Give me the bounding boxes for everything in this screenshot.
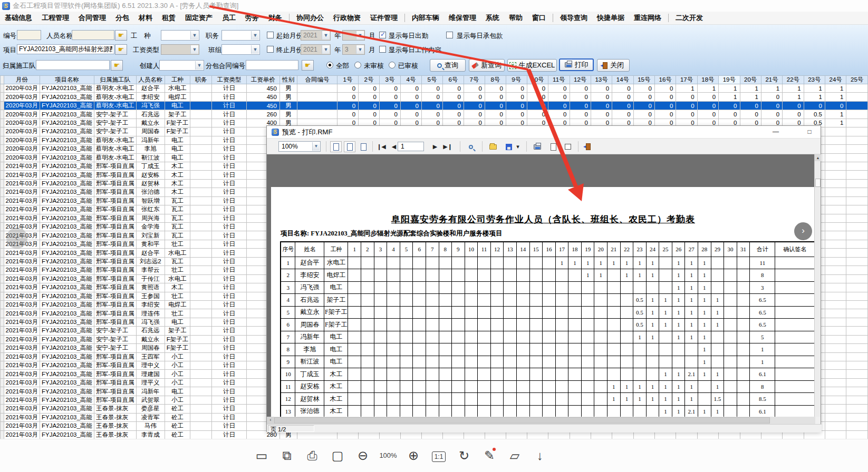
radio-unaudited[interactable] [354, 62, 361, 68]
save-options-button[interactable]: ▾ [515, 141, 521, 152]
day-col-header[interactable]: 10号 [527, 76, 548, 84]
gongzi-select[interactable]: ▼ [161, 44, 199, 55]
zhongzhi-checkbox[interactable] [267, 46, 274, 53]
preview-vertical-scrollbar[interactable]: ▲ [814, 154, 821, 417]
edit-icon[interactable]: ✎ [477, 444, 502, 468]
day-col-header[interactable]: 25号 [846, 76, 868, 84]
zhongzhi-month-select[interactable]: 3▼ [342, 44, 365, 55]
save-button[interactable] [503, 141, 515, 152]
day-col-header[interactable]: 4号 [400, 76, 421, 84]
table-row[interactable]: 2020年03月FYJA202103_高能安宁-架子工石兆远架子工计日260男0… [1, 110, 868, 119]
col-header[interactable]: 人员名称 [136, 76, 165, 84]
day-col-header[interactable]: 1号 [337, 76, 359, 84]
radio-audited[interactable] [389, 62, 396, 68]
scroll-thumb[interactable] [815, 179, 821, 187]
menu-item-21[interactable]: 重连网络 [629, 12, 666, 24]
day-col-header[interactable]: 21号 [761, 76, 782, 84]
guishu-picker-button[interactable]: ☛ [111, 60, 123, 71]
day-col-header[interactable]: 15号 [633, 76, 654, 84]
print-button[interactable]: 打印 [559, 58, 594, 71]
download-icon[interactable]: ↓ [527, 444, 553, 468]
qishi-year-select[interactable]: 2021▼ [301, 30, 331, 41]
menu-item-2[interactable]: 工程管理 [37, 12, 74, 24]
xiangmu-input[interactable] [17, 44, 114, 54]
last-page-button[interactable]: ▶❙ [442, 141, 454, 152]
zoom-combo[interactable]: 100%▼ [278, 141, 321, 152]
print-photo-icon[interactable]: ⎙ [300, 444, 325, 468]
resize-icon[interactable]: ▱ [502, 444, 527, 468]
page-width-button[interactable] [358, 141, 369, 152]
page-number-field[interactable]: 1 [398, 142, 424, 151]
col-header[interactable]: 工种 [165, 76, 190, 84]
day-col-header[interactable]: 17号 [676, 76, 697, 84]
chuangjianren-select[interactable]: ▼ [159, 60, 204, 71]
fenbao-picker-button[interactable]: ☛ [302, 60, 314, 71]
menu-item-20[interactable]: 快捷单据 [592, 12, 629, 24]
qishi-checkbox[interactable] [267, 32, 274, 38]
multi-page-button[interactable] [344, 141, 355, 152]
xiangmu-picker-button[interactable]: ☛ [115, 44, 127, 55]
day-col-header[interactable]: 24号 [825, 76, 846, 84]
zoom-out-icon[interactable]: ⊖ [350, 444, 375, 468]
print-report-button[interactable] [532, 141, 543, 152]
margins-button[interactable] [562, 141, 574, 152]
menu-item-18[interactable]: 窗口 [527, 12, 551, 24]
viewer-prev-button[interactable]: ‹ [6, 228, 27, 249]
menu-item-22[interactable]: 二次开发 [671, 12, 708, 24]
page-setup-button[interactable] [547, 141, 559, 152]
scroll-left-icon[interactable]: ‹ [267, 417, 274, 424]
close-button[interactable]: 关闭 [597, 59, 630, 72]
next-page-button[interactable]: ▶ [429, 141, 441, 152]
day-col-header[interactable]: 9号 [506, 76, 527, 84]
day-col-header[interactable]: 8号 [485, 76, 506, 84]
show-daily-contract-checkbox[interactable] [446, 32, 453, 38]
day-col-header[interactable]: 3号 [380, 76, 401, 84]
day-col-header[interactable]: 7号 [464, 76, 485, 84]
maximize-button[interactable]: □ [802, 127, 817, 137]
menu-item-14[interactable]: 内部车辆 [407, 12, 444, 24]
day-col-header[interactable]: 20号 [740, 76, 761, 84]
day-col-header[interactable]: 2号 [359, 76, 380, 84]
minimize-button[interactable]: — [768, 127, 784, 137]
table-row[interactable]: 2020年03月FYJA202103_高能蔡明友-水电工冯飞强电工计日450男0… [1, 101, 868, 110]
menu-item-3[interactable]: 合同管理 [74, 12, 111, 24]
day-col-header[interactable]: 6号 [442, 76, 464, 84]
open-button[interactable] [487, 141, 499, 152]
day-col-header[interactable]: 22号 [783, 76, 804, 84]
qishi-month-select[interactable]: ▼ [342, 30, 365, 41]
preview-title-bar[interactable]: S 预览 - 打印.RMF — □ [267, 126, 821, 139]
menu-item-7[interactable]: 固定资产 [180, 12, 217, 24]
query-button[interactable]: 查询 [430, 59, 466, 72]
day-col-header[interactable]: 5号 [421, 76, 442, 84]
col-header[interactable]: 职务 [190, 76, 212, 84]
menu-item-1[interactable]: 基础信息 [0, 12, 37, 24]
first-page-button[interactable]: ❙◀ [375, 141, 387, 152]
day-col-header[interactable]: 12号 [570, 76, 591, 84]
bianhao-input[interactable] [17, 30, 41, 40]
menu-item-15[interactable]: 维保管理 [444, 12, 481, 24]
menu-item-4[interactable]: 分包 [111, 12, 134, 24]
col-header[interactable]: 归属施工队 [94, 76, 136, 84]
actual-size-icon[interactable]: 1:1 [426, 442, 451, 469]
menu-item-6[interactable]: 租赁 [157, 12, 180, 24]
preview-horizontal-scrollbar[interactable]: ‹ [267, 417, 815, 424]
renyuan-input[interactable] [72, 30, 114, 40]
fenbao-input[interactable] [246, 60, 298, 70]
day-col-header[interactable]: 14号 [612, 76, 633, 84]
slideshow-icon[interactable]: ⧉ [274, 444, 300, 468]
day-col-header[interactable]: 23号 [804, 76, 825, 84]
menu-item-17[interactable]: 帮助 [504, 12, 527, 24]
day-col-header[interactable]: 11号 [548, 76, 570, 84]
table-row[interactable]: 2020年03月FYJA202103_高能蔡明友-水电工李绍安电焊工计日450男… [1, 93, 868, 101]
fit-screen-icon[interactable]: ▭ [249, 444, 274, 468]
col-header[interactable]: 工资类型 [212, 76, 246, 84]
menu-item-10[interactable]: 财务 [264, 12, 287, 24]
col-header[interactable]: 月份 [4, 76, 40, 84]
col-header[interactable]: 项目名称 [40, 76, 94, 84]
excel-button[interactable]: X生成EXCEL [507, 59, 557, 72]
single-page-button[interactable] [330, 141, 342, 152]
day-col-header[interactable]: 18号 [697, 76, 718, 84]
guishu-input[interactable] [36, 60, 110, 70]
crop-icon[interactable]: ▢ [325, 444, 350, 468]
zoom-in-icon[interactable]: ⊕ [401, 444, 426, 468]
